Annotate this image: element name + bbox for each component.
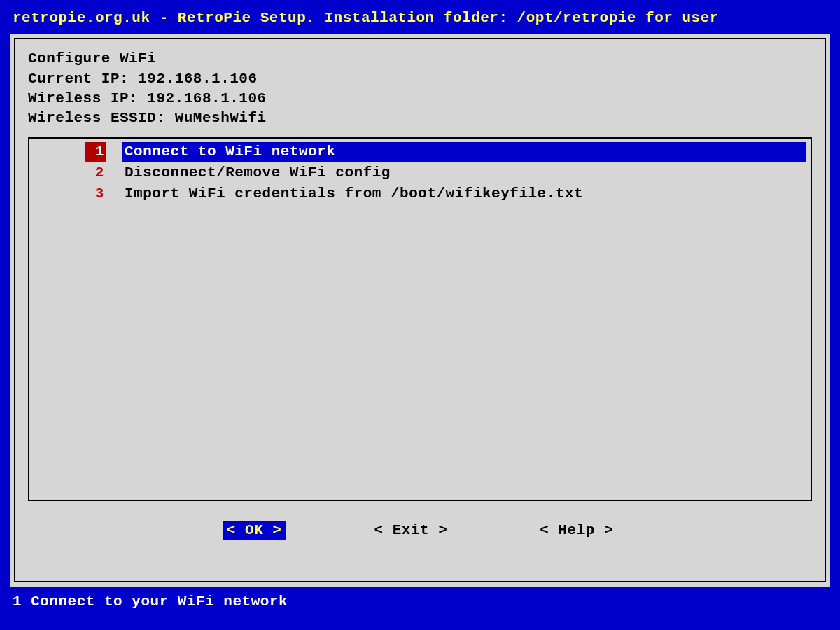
menu-item-import-wifi[interactable]: 3 Import WiFi credentials from /boot/wif… <box>34 183 806 204</box>
dialog-outer-frame: Configure WiFi Current IP: 192.168.1.106… <box>14 38 826 582</box>
wireless-essid-label: Wireless ESSID: <box>28 110 166 126</box>
menu-item-label: Connect to WiFi network <box>122 142 806 162</box>
menu-item-label: Import WiFi credentials from /boot/wifik… <box>122 184 806 204</box>
dialog-panel: Configure WiFi Current IP: 192.168.1.106… <box>10 34 830 587</box>
current-ip-label: Current IP: <box>28 71 129 87</box>
dialog-heading: Configure WiFi <box>28 50 156 66</box>
current-ip-value: 192.168.1.106 <box>138 71 257 87</box>
dialog-button-bar: < OK > < Exit > < Help > <box>28 521 812 540</box>
wireless-essid-value: WuMeshWifi <box>175 110 267 126</box>
dialog-info: Configure WiFi Current IP: 192.168.1.106… <box>28 49 812 128</box>
menu-item-number: 1 <box>85 142 106 162</box>
wireless-ip-value: 192.168.1.106 <box>147 90 266 106</box>
terminal-screen: retropie.org.uk - RetroPie Setup. Instal… <box>0 0 840 630</box>
menu-item-number: 3 <box>87 184 104 204</box>
wireless-ip-label: Wireless IP: <box>28 90 138 106</box>
window-title: retropie.org.uk - RetroPie Setup. Instal… <box>10 7 830 32</box>
help-button[interactable]: < Help > <box>536 521 617 540</box>
menu-item-connect-wifi[interactable]: 1 Connect to WiFi network <box>34 141 806 162</box>
menu-item-number: 2 <box>87 163 104 183</box>
menu-listbox[interactable]: 1 Connect to WiFi network 2 Disconnect/R… <box>28 137 812 501</box>
menu-item-disconnect-wifi[interactable]: 2 Disconnect/Remove WiFi config <box>34 162 806 183</box>
status-bar: 1 Connect to your WiFi network <box>10 587 830 612</box>
ok-button[interactable]: < OK > <box>223 521 286 540</box>
exit-button[interactable]: < Exit > <box>370 521 451 540</box>
menu-item-label: Disconnect/Remove WiFi config <box>122 163 806 183</box>
